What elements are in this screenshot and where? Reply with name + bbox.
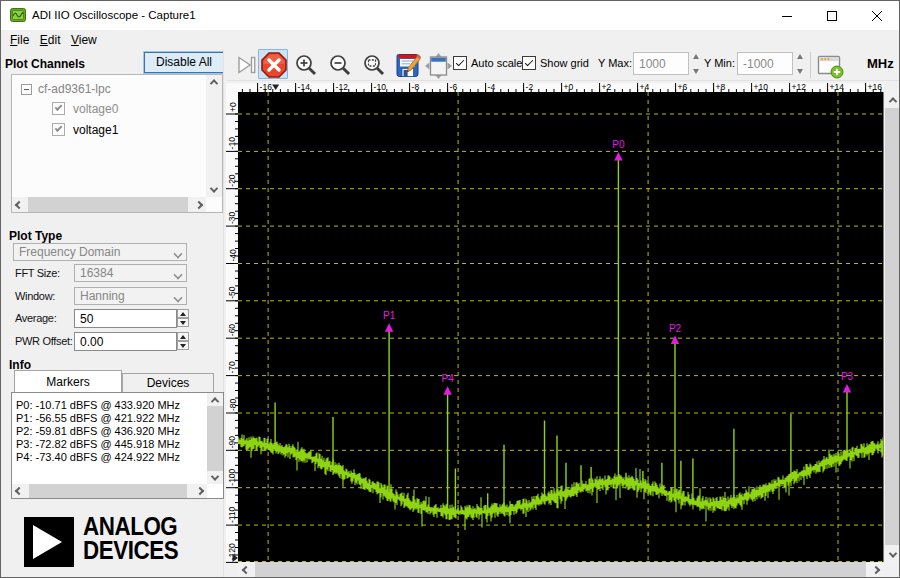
capture-play-icon[interactable] xyxy=(237,55,257,75)
step-up-button[interactable] xyxy=(177,332,189,341)
show-grid-label: Show grid xyxy=(540,57,589,69)
triangle-down-icon xyxy=(797,69,803,74)
plot-channels-header: Plot Channels xyxy=(5,57,85,71)
marker-list-item[interactable]: P2: -59.81 dBFS @ 436.920 MHz xyxy=(16,425,180,437)
step-up-button[interactable] xyxy=(177,309,189,318)
triangle-down-icon xyxy=(693,69,699,74)
voltage0-label[interactable]: voltage0 xyxy=(73,102,118,116)
capture-plot: Auto scale Show grid Y Max: 1000 Y Min: … xyxy=(227,50,899,578)
marker-label: P0 xyxy=(612,139,625,150)
pwr-offset-stepper[interactable] xyxy=(177,332,189,351)
pwr-offset-input[interactable]: 0.00 xyxy=(74,332,177,351)
triangle-down-icon xyxy=(180,321,186,325)
zoom-out-icon[interactable] xyxy=(328,53,353,78)
svg-text:+8: +8 xyxy=(716,82,726,92)
markers-horizontal-scrollbar[interactable] xyxy=(12,484,207,498)
step-down-button[interactable] xyxy=(177,318,189,327)
svg-text:-80: -80 xyxy=(228,398,238,411)
tree-expander-icon[interactable] xyxy=(21,84,32,95)
scroll-right-icon xyxy=(872,565,880,573)
tree-horizontal-scrollbar[interactable] xyxy=(12,197,206,212)
fft-size-value: 16384 xyxy=(80,266,113,280)
save-icon[interactable] xyxy=(394,52,421,79)
plot-vertical-scrollbar[interactable] xyxy=(885,92,900,562)
spectrum-plot[interactable]: -16-14-12-10-8-6-4-2+0+2+4+6+8+10+12+14+… xyxy=(226,81,900,578)
marker-list-item[interactable]: P4: -73.40 dBFS @ 424.922 MHz xyxy=(16,451,180,463)
app-icon xyxy=(10,7,26,23)
svg-text:+14: +14 xyxy=(830,82,845,92)
triangle-up-icon xyxy=(797,54,803,59)
maximize-button[interactable] xyxy=(809,1,854,30)
y-min-input[interactable]: -1000 xyxy=(737,52,793,75)
svg-text:+6: +6 xyxy=(678,82,688,92)
average-input[interactable]: 50 xyxy=(74,309,177,328)
svg-text:+2: +2 xyxy=(602,82,612,92)
marker-label: P1 xyxy=(383,310,396,321)
scrollbar-thumb[interactable] xyxy=(29,484,187,498)
plot-type-select[interactable]: Frequency Domain xyxy=(13,243,187,261)
scrollbar-thumb[interactable] xyxy=(28,197,188,212)
disable-all-button[interactable]: Disable All xyxy=(144,52,224,73)
menu-edit[interactable]: Edit xyxy=(40,30,61,50)
titlebar: ADI IIO Oscilloscope - Capture1 xyxy=(1,1,899,30)
marker-list-item[interactable]: P1: -56.55 dBFS @ 421.922 MHz xyxy=(16,412,180,424)
scroll-right-icon xyxy=(195,200,203,208)
plot-toolbar: Auto scale Show grid Y Max: 1000 Y Min: … xyxy=(227,50,899,81)
tree-device-label[interactable]: cf-ad9361-lpc xyxy=(38,82,111,96)
marker-list-item[interactable]: P3: -72.82 dBFS @ 445.918 MHz xyxy=(16,438,180,450)
check-icon xyxy=(55,124,63,132)
tree-vertical-scrollbar[interactable] xyxy=(206,75,222,197)
window-select[interactable]: Hanning xyxy=(74,287,187,305)
step-down-button[interactable] xyxy=(177,341,189,350)
voltage0-checkbox[interactable] xyxy=(52,102,65,115)
svg-text:-16: -16 xyxy=(260,82,273,92)
svg-text:-12: -12 xyxy=(336,82,349,92)
zoom-fit-icon[interactable] xyxy=(362,53,387,78)
window-value: Hanning xyxy=(80,289,125,303)
chevron-down-icon xyxy=(173,293,182,302)
auto-scale-checkbox[interactable] xyxy=(453,56,467,70)
menubar: File Edit View xyxy=(2,30,899,50)
plot-type-header: Plot Type xyxy=(9,229,62,243)
new-plot-icon[interactable] xyxy=(816,52,844,79)
menu-view[interactable]: View xyxy=(71,30,97,50)
tab-markers[interactable]: Markers xyxy=(14,370,122,393)
capture-stop-button[interactable] xyxy=(258,49,288,79)
fft-size-select[interactable]: 16384 xyxy=(74,264,187,282)
check-icon xyxy=(525,57,533,65)
window-title: ADI IIO Oscilloscope - Capture1 xyxy=(32,9,196,21)
y-min-stepper[interactable] xyxy=(795,54,806,74)
triangle-up-icon xyxy=(693,54,699,59)
marker-label: P3 xyxy=(841,371,854,382)
zoom-in-icon[interactable] xyxy=(294,53,319,78)
triangle-down-icon xyxy=(180,344,186,348)
show-grid-checkbox[interactable] xyxy=(522,56,536,70)
marker-list-item[interactable]: P0: -10.71 dBFS @ 433.920 MHz xyxy=(16,399,180,411)
menu-file[interactable]: File xyxy=(10,30,29,50)
pwr-offset-label: PWR Offset: xyxy=(15,335,73,347)
minimize-button[interactable] xyxy=(764,1,809,30)
move-plot-icon[interactable] xyxy=(424,52,453,80)
plot-horizontal-scrollbar[interactable] xyxy=(238,562,884,577)
voltage1-checkbox[interactable] xyxy=(52,123,65,136)
markers-vertical-scrollbar[interactable] xyxy=(207,393,223,484)
svg-text:-10: -10 xyxy=(374,82,387,92)
y-max-input[interactable]: 1000 xyxy=(633,52,689,75)
scrollbar-thumb[interactable] xyxy=(255,562,866,577)
svg-text:-4: -4 xyxy=(488,82,496,92)
scrollbar-thumb[interactable] xyxy=(207,406,223,471)
tab-devices[interactable]: Devices xyxy=(122,373,214,393)
average-stepper[interactable] xyxy=(177,309,189,328)
scroll-up-icon xyxy=(210,79,218,87)
channel-panel: Plot Channels Disable All cf-ad9361-lpc … xyxy=(2,50,223,578)
close-button[interactable] xyxy=(854,1,899,30)
svg-text:-10: -10 xyxy=(228,137,238,150)
voltage1-label[interactable]: voltage1 xyxy=(73,123,118,137)
svg-text:-110: -110 xyxy=(228,506,238,523)
y-max-stepper[interactable] xyxy=(691,54,702,74)
svg-text:-50: -50 xyxy=(228,286,238,299)
svg-text:-90: -90 xyxy=(228,436,238,449)
analog-devices-logo: ANALOG DEVICES xyxy=(24,517,204,567)
scrollbar-thumb[interactable] xyxy=(885,108,900,545)
svg-text:+4: +4 xyxy=(640,82,650,92)
